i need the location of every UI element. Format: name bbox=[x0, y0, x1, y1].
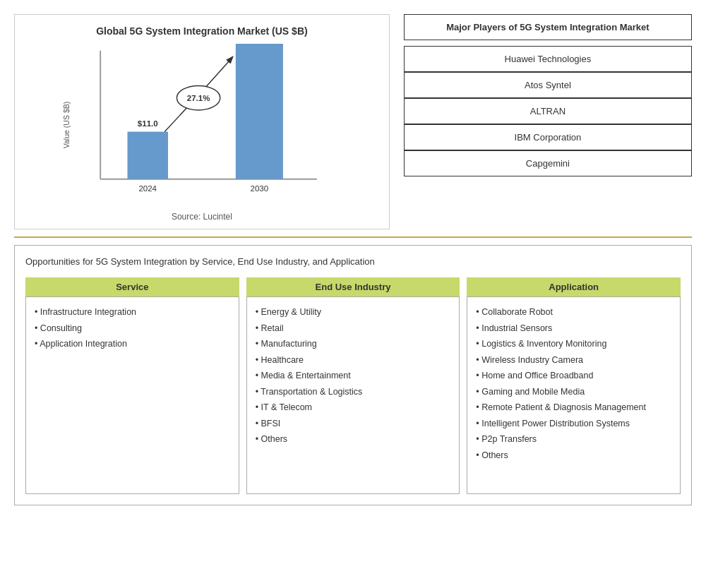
bar-chart: Value (US $B) $11.0 2024 $46.2 2030 bbox=[29, 44, 375, 206]
columns-header: ServiceEnd Use IndustryApplication bbox=[25, 277, 681, 296]
players-list: Huawei TechnologiesAtos SyntelALTRANIBM … bbox=[404, 46, 692, 176]
column-body: Infrastructure IntegrationConsultingAppl… bbox=[25, 296, 239, 494]
list-item: Others bbox=[476, 448, 671, 464]
list-item: Consulting bbox=[35, 320, 230, 337]
player-box: ALTRAN bbox=[404, 98, 692, 124]
player-box: Atos Syntel bbox=[404, 72, 692, 98]
column-header: Application bbox=[467, 277, 681, 296]
list-item: Collaborate Robot bbox=[476, 304, 671, 320]
list-item: Media & Entertainment bbox=[256, 368, 451, 384]
columns-body: Infrastructure IntegrationConsultingAppl… bbox=[25, 296, 681, 494]
list-item: Energy & Utility bbox=[256, 304, 451, 320]
list-item: Gaming and Mobile Media bbox=[476, 384, 671, 400]
column-body: Energy & UtilityRetailManufacturingHealt… bbox=[246, 296, 460, 494]
player-box: Capgemini bbox=[404, 150, 692, 176]
opportunities-title: Opportunities for 5G System Integration … bbox=[25, 256, 681, 267]
players-title: Major Players of 5G System Integration M… bbox=[404, 14, 692, 40]
list-item: Intelligent Power Distribution Systems bbox=[476, 416, 671, 432]
opportunities-section: Opportunities for 5G System Integration … bbox=[14, 245, 692, 505]
svg-rect-6 bbox=[236, 44, 283, 179]
player-box: Huawei Technologies bbox=[404, 46, 692, 72]
svg-rect-3 bbox=[127, 132, 168, 179]
svg-text:2024: 2024 bbox=[138, 184, 157, 193]
list-item: IT & Telecom bbox=[256, 400, 451, 416]
player-box: IBM Corporation bbox=[404, 124, 692, 150]
list-item: Transportation & Logistics bbox=[256, 384, 451, 400]
column-body: Collaborate RobotIndustrial SensorsLogis… bbox=[467, 296, 681, 494]
chart-area: Global 5G System Integration Market (US … bbox=[14, 14, 390, 229]
svg-text:$11.0: $11.0 bbox=[138, 119, 158, 128]
list-item: Remote Patient & Diagnosis Management bbox=[476, 400, 671, 416]
list-item: Logistics & Inventory Monitoring bbox=[476, 336, 671, 352]
chart-wrapper: Value (US $B) $11.0 2024 $46.2 2030 bbox=[29, 44, 375, 206]
chart-title: Global 5G System Integration Market (US … bbox=[29, 25, 375, 37]
list-item: Manufacturing bbox=[256, 336, 451, 352]
list-item: Application Integration bbox=[35, 336, 230, 352]
list-item: P2p Transfers bbox=[476, 431, 671, 448]
list-item: Industrial Sensors bbox=[476, 320, 671, 337]
svg-text:Value (US $B): Value (US $B) bbox=[62, 102, 71, 149]
svg-text:27.1%: 27.1% bbox=[187, 94, 210, 102]
players-area: Major Players of 5G System Integration M… bbox=[404, 14, 692, 229]
section-divider bbox=[14, 236, 692, 238]
column-header: End Use Industry bbox=[246, 277, 460, 296]
list-item: Healthcare bbox=[256, 352, 451, 368]
list-item: Others bbox=[256, 431, 451, 448]
list-item: Home and Office Broadband bbox=[476, 368, 671, 384]
column-header: Service bbox=[25, 277, 239, 296]
list-item: BFSI bbox=[256, 416, 451, 432]
list-item: Infrastructure Integration bbox=[35, 304, 230, 320]
source-text: Source: Lucintel bbox=[29, 212, 375, 222]
svg-text:2030: 2030 bbox=[251, 184, 269, 193]
list-item: Wireless Industry Camera bbox=[476, 352, 671, 368]
list-item: Retail bbox=[256, 320, 451, 337]
